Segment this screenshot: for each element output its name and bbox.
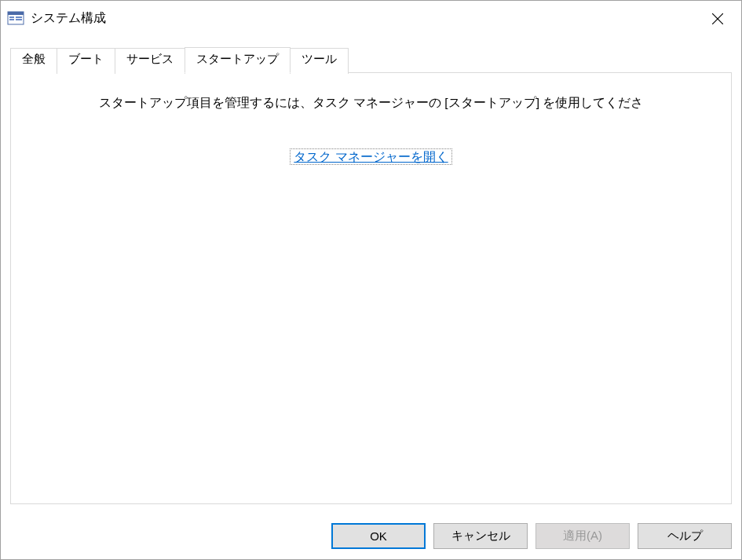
tab-startup[interactable]: スタートアップ [185,47,291,73]
close-icon [712,13,723,24]
apply-button: 適用(A) [535,523,630,549]
tabs-container: 全般 ブート サービス スタートアップ ツール スタートアップ項目を管理するには… [1,36,741,504]
close-button[interactable] [694,1,741,36]
tab-boot[interactable]: ブート [57,48,115,74]
tab-services[interactable]: サービス [115,48,185,74]
window-title: システム構成 [31,10,106,27]
svg-rect-5 [16,19,22,20]
svg-rect-4 [16,16,22,18]
tab-tools[interactable]: ツール [290,48,349,74]
link-container: タスク マネージャーを開く [11,149,731,166]
ok-button[interactable]: OK [331,523,426,549]
app-icon [7,10,24,27]
svg-rect-2 [9,16,14,18]
help-button[interactable]: ヘルプ [638,523,732,549]
open-task-manager-link[interactable]: タスク マネージャーを開く [290,148,451,165]
tabs: 全般 ブート サービス スタートアップ ツール [10,47,732,73]
svg-rect-3 [9,19,14,20]
tab-general[interactable]: 全般 [10,48,57,74]
tab-content: スタートアップ項目を管理するには、タスク マネージャーの [スタートアップ] を… [10,72,732,504]
titlebar: システム構成 [1,1,741,36]
startup-message: スタートアップ項目を管理するには、タスク マネージャーの [スタートアップ] を… [11,73,731,112]
button-row: OK キャンセル 適用(A) ヘルプ [331,523,732,549]
cancel-button[interactable]: キャンセル [433,523,528,549]
svg-rect-1 [8,12,24,15]
